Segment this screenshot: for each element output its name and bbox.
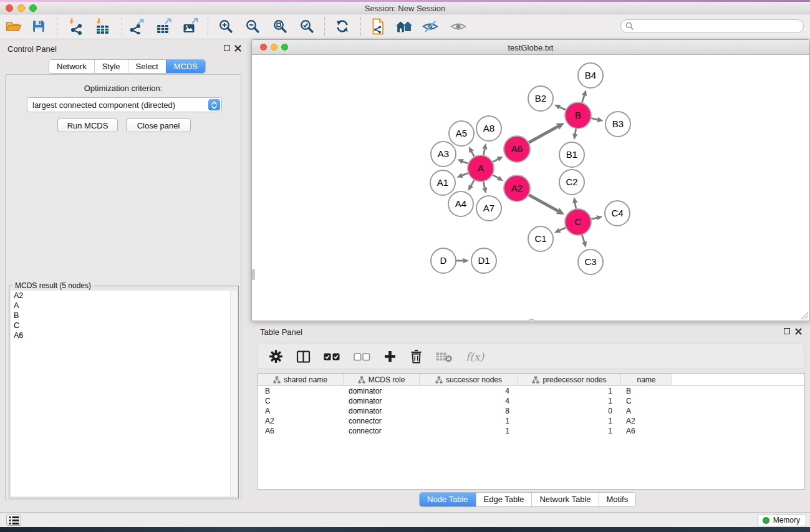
table-row[interactable]: Adominator80A [258, 406, 804, 416]
zoom-out-button[interactable] [242, 16, 263, 37]
cell-mcds-role[interactable]: connector [344, 417, 420, 425]
float-table-panel-icon[interactable] [784, 328, 790, 334]
cell-shared-name[interactable]: A [258, 407, 344, 415]
edge-A-A4[interactable] [471, 180, 474, 185]
edge-A-A7[interactable] [483, 181, 485, 188]
network-graph[interactable]: B4B2BB3A8A5A6A3B1AC2A1A2A4A7C4CC1DD1C3 [252, 55, 809, 321]
tab-network-table[interactable]: Network Table [531, 493, 598, 506]
cell-predecessor-nodes[interactable]: 1 [518, 427, 621, 435]
cell-mcds-role[interactable]: dominator [344, 397, 420, 405]
edge-C-C1[interactable] [560, 228, 566, 231]
edge-C-C2[interactable] [575, 203, 576, 209]
edge-A-A6[interactable] [493, 159, 498, 162]
mcds-result-item[interactable]: A6 [11, 331, 237, 341]
cell-successor-nodes[interactable]: 4 [420, 387, 518, 395]
cell-predecessor-nodes[interactable]: 1 [518, 417, 621, 425]
cell-name[interactable]: C [621, 397, 672, 405]
save-session-button[interactable] [28, 16, 49, 37]
delete-table-button[interactable] [436, 347, 453, 366]
cell-mcds-role[interactable]: dominator [344, 407, 420, 415]
cell-shared-name[interactable]: C [258, 397, 344, 405]
cell-successor-nodes[interactable]: 8 [420, 407, 518, 415]
network-window-titlebar[interactable]: testGlobe.txt [252, 40, 809, 55]
export-table-button[interactable] [153, 16, 174, 37]
deselect-all-button[interactable] [354, 347, 370, 366]
cell-successor-nodes[interactable]: 4 [420, 397, 518, 405]
cell-shared-name[interactable]: A2 [258, 417, 344, 425]
edge-A-A2[interactable] [492, 175, 498, 178]
close-panel-button[interactable]: Close panel [126, 118, 191, 132]
edge-A6-B[interactable] [528, 127, 557, 143]
canvas-scrollbar-thumb[interactable] [252, 269, 255, 280]
column-header-name[interactable]: name [621, 374, 672, 385]
create-column-button[interactable] [383, 347, 397, 366]
edge-A-A1[interactable] [462, 173, 468, 175]
table-row[interactable]: Bdominator41B [258, 386, 804, 396]
network-canvas[interactable]: B4B2BB3A8A5A6A3B1AC2A1A2A4A7C4CC1DD1C3 [252, 55, 809, 321]
search-input[interactable] [634, 21, 803, 32]
run-mcds-button[interactable]: Run MCDS [57, 118, 118, 132]
node-table[interactable]: shared nameMCDS rolesuccessor nodesprede… [257, 373, 805, 490]
select-all-button[interactable] [324, 347, 340, 366]
hide-graphics-details-button[interactable] [420, 16, 441, 37]
zoom-in-button[interactable] [215, 16, 236, 37]
column-header-shared-name[interactable]: shared name [258, 374, 344, 385]
mcds-result-list[interactable]: A2ABCA6 [11, 291, 237, 496]
table-row[interactable]: A6connector11A6 [258, 426, 804, 436]
tab-network[interactable]: Network [49, 60, 94, 73]
cell-shared-name[interactable]: B [258, 387, 344, 395]
show-graphics-details-button[interactable] [448, 16, 469, 37]
panel-divider-handle[interactable] [529, 319, 534, 323]
scrollbar-track[interactable] [230, 291, 237, 496]
delete-columns-button[interactable] [410, 347, 423, 366]
tab-mcds[interactable]: MCDS [166, 60, 205, 73]
cell-name[interactable]: A6 [621, 427, 672, 435]
cell-successor-nodes[interactable]: 1 [420, 417, 518, 425]
close-table-panel-icon[interactable] [795, 328, 802, 335]
edge-B-B2[interactable] [560, 107, 566, 110]
edge-C-C4[interactable] [591, 218, 597, 219]
resize-grip-icon[interactable] [800, 311, 809, 320]
import-network-button[interactable] [65, 16, 86, 37]
export-image-button[interactable] [180, 16, 201, 37]
column-header-mcds-role[interactable]: MCDS role [344, 374, 420, 385]
edge-B-B1[interactable] [575, 128, 576, 134]
edge-B-B3[interactable] [591, 118, 598, 119]
cell-mcds-role[interactable]: dominator [344, 387, 420, 395]
cell-name[interactable]: A [621, 407, 672, 415]
home-button[interactable] [393, 16, 415, 37]
cell-predecessor-nodes[interactable]: 1 [518, 387, 621, 395]
cell-predecessor-nodes[interactable]: 0 [518, 407, 621, 415]
float-panel-icon[interactable] [224, 45, 230, 51]
mcds-result-item[interactable]: C [11, 321, 237, 331]
import-table-button[interactable] [92, 16, 113, 37]
split-panel-button[interactable] [296, 347, 311, 366]
close-panel-icon[interactable] [234, 45, 241, 52]
mcds-result-item[interactable]: A2 [11, 291, 237, 301]
cell-shared-name[interactable]: A6 [258, 427, 344, 435]
memory-button[interactable]: Memory [758, 514, 806, 526]
zoom-selected-button[interactable] [296, 16, 317, 37]
column-header-successor-nodes[interactable]: successor nodes [420, 374, 518, 385]
new-network-from-file-button[interactable] [367, 16, 388, 37]
cell-name[interactable]: A2 [621, 417, 672, 425]
edge-C-C3[interactable] [582, 235, 584, 242]
tab-select[interactable]: Select [128, 60, 166, 73]
function-builder-icon[interactable]: f(x) [466, 351, 484, 363]
table-row[interactable]: A2connector11A2 [258, 416, 804, 426]
mcds-result-item[interactable]: B [11, 311, 237, 321]
tab-node-table[interactable]: Node Table [420, 493, 476, 506]
criterion-dropdown[interactable]: largest connected component (directed) [27, 97, 222, 112]
tab-motifs[interactable]: Motifs [599, 493, 636, 506]
column-settings-button[interactable] [269, 347, 283, 366]
cell-name[interactable]: B [621, 387, 672, 395]
table-row[interactable]: Cdominator41C [258, 396, 804, 406]
edge-B-B4[interactable] [582, 95, 584, 103]
edge-A-A5[interactable] [471, 152, 475, 157]
column-header-predecessor-nodes[interactable]: predecessor nodes [518, 374, 621, 385]
cell-mcds-role[interactable]: connector [344, 427, 420, 435]
apply-layout-button[interactable] [332, 16, 353, 37]
app-titlebar[interactable]: Session: New Session [0, 2, 810, 14]
cell-successor-nodes[interactable]: 1 [420, 427, 518, 435]
tab-edge-table[interactable]: Edge Table [476, 493, 532, 506]
